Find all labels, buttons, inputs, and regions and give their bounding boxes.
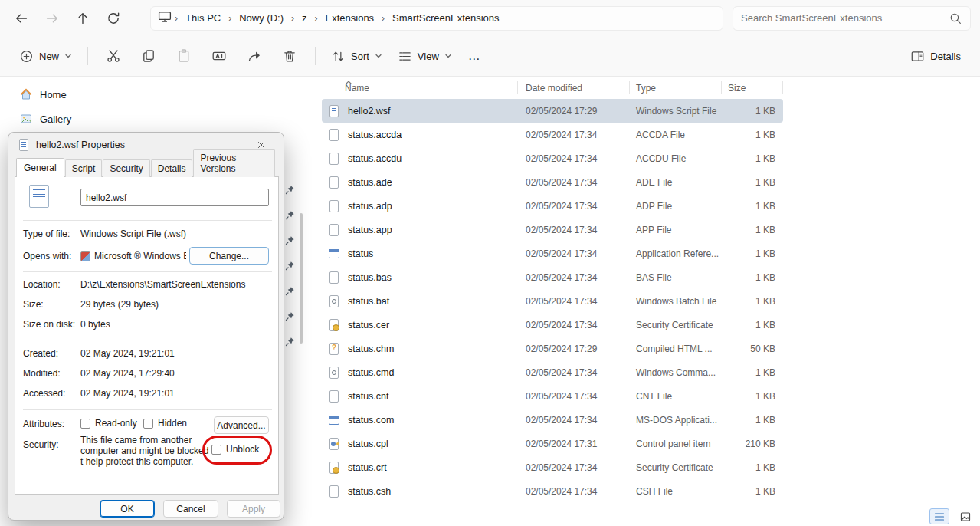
table-row[interactable]: status.com 02/05/2024 17:34 MS-DOS Appli…	[322, 408, 783, 432]
back-button[interactable]	[6, 5, 37, 31]
column-header-size[interactable]: Size	[722, 77, 783, 99]
accessed-label: Accessed:	[23, 388, 65, 399]
size-label: Size:	[23, 299, 44, 310]
table-row[interactable]: status 02/05/2024 17:34 Application Refe…	[322, 242, 783, 265]
cancel-button[interactable]: Cancel	[163, 500, 218, 518]
file-icon	[328, 153, 340, 165]
file-size: 1 KB	[722, 248, 783, 259]
security-text: This file came from another computer and…	[80, 435, 209, 467]
details-pane-button[interactable]: Details	[903, 44, 968, 69]
table-row[interactable]: status.chm 02/05/2024 17:29 Compiled HTM…	[322, 337, 783, 360]
new-button[interactable]: New	[12, 44, 79, 69]
table-row[interactable]: status.cer 02/05/2024 17:34 Security Cer…	[322, 313, 783, 337]
search-box	[733, 6, 971, 31]
tab-previous-versions[interactable]: Previous Versions	[193, 149, 275, 177]
modified-label: Modified:	[23, 368, 61, 379]
forward-button[interactable]	[37, 5, 67, 31]
sort-icon	[331, 49, 346, 64]
column-header-modified[interactable]: Date modified	[518, 77, 630, 99]
file-type: ADE File	[630, 177, 722, 188]
search-icon[interactable]	[949, 12, 962, 25]
opens-with-label: Opens with:	[23, 251, 71, 261]
file-icon	[328, 414, 340, 426]
table-row[interactable]: status.cnt 02/05/2024 17:34 CNT File 1 K…	[322, 384, 783, 408]
sidebar-item-gallery[interactable]: Gallery	[11, 107, 80, 131]
file-icon	[328, 295, 340, 307]
statusbar-view-toggles	[929, 508, 975, 524]
gallery-icon	[20, 113, 32, 125]
table-row[interactable]: status.cmd 02/05/2024 17:34 Windows Comm…	[322, 360, 783, 384]
file-type: Security Certificate	[630, 462, 722, 473]
table-row[interactable]: status.bas 02/05/2024 17:34 BAS File 1 K…	[322, 265, 783, 289]
table-row[interactable]: status.accdu 02/05/2024 17:34 ACCDU File…	[322, 146, 783, 170]
script-host-icon	[80, 251, 90, 261]
sort-button[interactable]: Sort	[324, 44, 389, 69]
table-row[interactable]: hello2.wsf 02/05/2024 17:29 Windows Scri…	[322, 99, 783, 123]
column-header-name[interactable]: Name	[322, 77, 518, 99]
table-row[interactable]: status.bat 02/05/2024 17:34 Windows Batc…	[322, 289, 783, 313]
file-modified: 02/05/2024 17:34	[518, 462, 630, 473]
chevron-down-icon	[375, 52, 382, 60]
pushpin-icon	[285, 209, 295, 219]
tab-security[interactable]: Security	[103, 159, 149, 177]
ok-button[interactable]: OK	[100, 500, 155, 518]
breadcrumb-this-pc[interactable]: This PC	[180, 10, 226, 26]
change-button[interactable]: Change...	[189, 247, 269, 265]
table-row[interactable]: status.app 02/05/2024 17:34 APP File 1 K…	[322, 218, 783, 242]
file-type: ACCDA File	[630, 130, 722, 140]
table-row[interactable]: status.csh 02/05/2024 17:34 CSH File 1 K…	[322, 479, 783, 503]
breadcrumb-smartscreenextensions[interactable]: SmartScreenExtensions	[387, 10, 504, 26]
view-button[interactable]: View	[391, 44, 459, 69]
checkbox-icon	[211, 445, 221, 455]
sidebar-scrollbar[interactable]	[300, 213, 303, 344]
copy-button[interactable]	[132, 42, 166, 70]
size-value: 29 bytes (29 bytes)	[80, 299, 159, 310]
unblock-label: Unblock	[226, 444, 259, 455]
pushpin-icon	[285, 285, 295, 295]
file-type: APP File	[630, 225, 722, 235]
search-input[interactable]	[741, 12, 942, 24]
breadcrumb-extensions[interactable]: Extensions	[320, 10, 380, 26]
table-row[interactable]: status.accda 02/05/2024 17:34 ACCDA File…	[322, 123, 783, 146]
filename-input[interactable]	[80, 189, 269, 206]
file-icon	[328, 176, 340, 189]
wsf-file-icon	[18, 139, 30, 151]
cut-button[interactable]	[97, 42, 130, 70]
general-tab-page: Type of file: Windows Script File (.wsf)…	[15, 176, 279, 495]
file-icon	[328, 319, 340, 331]
trash-icon	[282, 48, 297, 64]
table-row[interactable]: status.cpl 02/05/2024 17:31 Control pane…	[322, 432, 783, 455]
advanced-button[interactable]: Advanced...	[214, 416, 269, 434]
hidden-checkbox[interactable]: Hidden	[143, 418, 187, 429]
tab-general[interactable]: General	[16, 158, 64, 177]
tab-script[interactable]: Script	[65, 159, 103, 177]
file-name: status.adp	[348, 201, 392, 212]
rename-button[interactable]	[202, 42, 236, 70]
file-size: 1 KB	[722, 367, 783, 378]
table-row[interactable]: status.crt 02/05/2024 17:34 Security Cer…	[322, 455, 783, 479]
share-button[interactable]	[238, 42, 271, 70]
file-type: Windows Script File	[630, 106, 722, 117]
table-row[interactable]: status.adp 02/05/2024 17:34 ADP File 1 K…	[322, 194, 783, 218]
wsf-file-icon-large	[29, 185, 49, 208]
unblock-checkbox[interactable]: Unblock	[211, 444, 259, 455]
paste-button[interactable]	[167, 42, 201, 70]
refresh-button[interactable]	[98, 5, 129, 31]
thumbnail-view-toggle[interactable]	[955, 508, 975, 524]
apply-button[interactable]: Apply	[227, 500, 280, 518]
file-modified: 02/05/2024 17:34	[518, 415, 630, 426]
table-row[interactable]: status.ade 02/05/2024 17:34 ADE File 1 K…	[322, 170, 783, 194]
up-button[interactable]	[67, 5, 98, 31]
details-view-toggle[interactable]	[929, 508, 949, 524]
breadcrumb-z[interactable]: z	[297, 10, 313, 26]
pushpin-icon	[285, 235, 295, 245]
attributes-label: Attributes:	[23, 419, 64, 429]
readonly-checkbox[interactable]: Read-only	[80, 418, 137, 429]
sidebar-item-home[interactable]: Home	[11, 82, 76, 107]
breadcrumb-drive[interactable]: Nowy (D:)	[234, 10, 289, 26]
more-options-button[interactable]: …	[461, 46, 489, 66]
checkbox-icon	[143, 419, 153, 429]
delete-button[interactable]	[273, 42, 306, 70]
tab-details[interactable]: Details	[151, 159, 193, 177]
column-header-type[interactable]: Type	[630, 77, 722, 99]
